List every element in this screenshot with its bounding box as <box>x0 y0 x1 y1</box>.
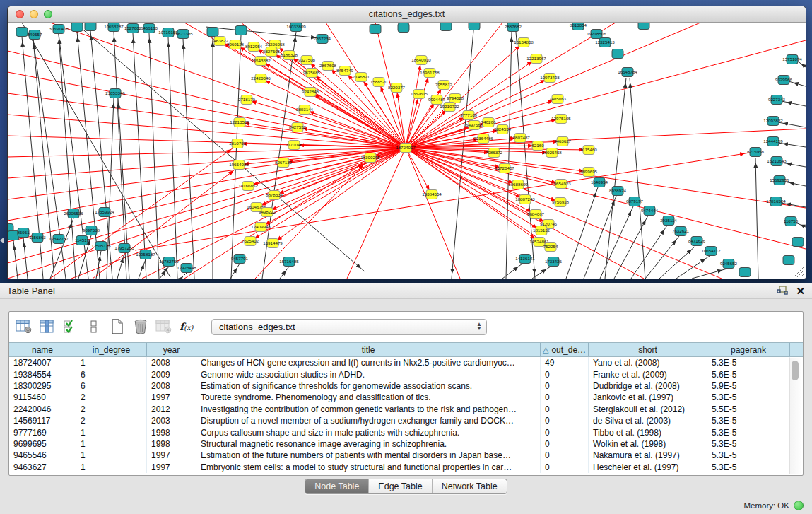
network-node[interactable]: 2803144 <box>296 105 314 115</box>
network-node[interactable]: 6879197 <box>626 197 644 206</box>
network-node[interactable] <box>235 26 247 35</box>
column-header-in_degree[interactable]: in_degree <box>76 343 147 356</box>
network-node[interactable]: 10654112 <box>701 247 721 256</box>
table-row[interactable]: 946362711997Embryonic stem cells: a mode… <box>9 462 803 473</box>
close-panel-icon[interactable]: ✕ <box>796 286 805 296</box>
table-scrollbar[interactable] <box>789 358 801 474</box>
network-node[interactable]: 1527602 <box>124 24 142 33</box>
float-panel-icon[interactable] <box>776 285 789 296</box>
network-node[interactable]: 752254 <box>543 243 558 252</box>
scrollbar-thumb[interactable] <box>792 361 799 380</box>
network-node[interactable]: 10807487 <box>510 134 530 143</box>
network-node[interactable]: 16671385 <box>173 30 193 39</box>
network-node[interactable]: 12213589 <box>230 118 249 127</box>
column-header-name[interactable]: name <box>9 343 76 356</box>
table-row[interactable]: 1872400712008Changes of HCN gene express… <box>9 357 803 368</box>
column-header-pagerank[interactable]: pagerank <box>707 343 790 356</box>
network-node[interactable]: 1810753 <box>229 139 247 148</box>
network-node[interactable]: 2935114 <box>660 216 677 226</box>
network-canvas[interactable]: 9405573069140610653287152760264661601071… <box>8 23 806 279</box>
network-node[interactable]: 21053346 <box>105 89 125 98</box>
network-node[interactable]: 16033809 <box>286 23 306 32</box>
network-node[interactable]: 8454749 <box>336 66 354 76</box>
show-columns-icon[interactable] <box>38 317 57 336</box>
network-node[interactable]: 8267130 <box>275 158 293 168</box>
network-node[interactable]: 746266 <box>481 118 496 127</box>
table-row[interactable]: 1830029562008Estimation of significance … <box>9 380 803 392</box>
network-node[interactable]: 8912954 <box>245 42 263 52</box>
network-node[interactable]: 7955812 <box>435 81 453 90</box>
network-node[interactable]: 18807243 <box>515 195 535 204</box>
network-node[interactable]: 10653287 <box>104 23 124 32</box>
network-node[interactable]: 8427552 <box>289 123 307 132</box>
table-row[interactable]: 1456911722003Disruption of a novel membe… <box>9 415 803 426</box>
resize-grip-icon[interactable] <box>801 274 804 277</box>
network-node[interactable]: 9242848 <box>302 88 319 97</box>
network-node[interactable]: 9899695 <box>580 168 598 177</box>
network-node[interactable]: 17957253 <box>114 244 134 253</box>
network-node[interactable]: 9794028 <box>447 94 464 103</box>
column-header-year[interactable]: year <box>147 343 196 356</box>
network-node[interactable]: 9474444 <box>641 206 659 216</box>
network-node[interactable]: 9675685 <box>303 69 321 78</box>
network-node[interactable] <box>16 28 28 37</box>
network-node[interactable]: 8813054 <box>570 23 587 30</box>
network-node[interactable]: 15720407 <box>495 164 514 173</box>
table-select-dropdown[interactable]: citations_edges.txt ▲▼ <box>211 319 487 335</box>
column-header-title[interactable]: title <box>196 343 541 356</box>
network-node[interactable]: 12975105 <box>551 115 571 124</box>
network-node[interactable]: 18640910 <box>411 56 431 65</box>
network-node[interactable]: 7632621 <box>672 227 690 236</box>
network-node[interactable]: 2867608 <box>319 62 337 71</box>
table-row[interactable]: 977716911998Corpus callosum shape and si… <box>9 426 803 438</box>
network-node[interactable]: 12444159 <box>763 137 783 146</box>
network-node[interactable]: 7857234 <box>314 35 331 44</box>
panel-collapse-arrow[interactable] <box>0 237 4 244</box>
network-node[interactable] <box>792 238 804 247</box>
network-node[interactable]: 10688609 <box>508 180 528 189</box>
network-node[interactable] <box>71 23 83 32</box>
network-node[interactable]: 1156863 <box>29 233 46 243</box>
network-node[interactable]: 7146821 <box>353 73 370 82</box>
network-node[interactable]: 9756928 <box>552 198 570 207</box>
network-node[interactable]: 7625402 <box>242 237 259 246</box>
network-node[interactable]: 114519 <box>75 236 90 245</box>
network-node[interactable] <box>207 28 218 37</box>
network-node[interactable]: 12325413 <box>595 38 615 47</box>
network-node[interactable] <box>739 268 751 277</box>
network-node[interactable]: 2887682 <box>505 23 522 32</box>
network-node[interactable]: 14136141 <box>515 255 535 264</box>
network-node[interactable]: 16961758 <box>420 69 440 78</box>
network-node[interactable]: 7485063 <box>549 95 567 104</box>
table-row[interactable]: 911546021997Tourette syndrome. Phenomeno… <box>9 392 803 403</box>
network-node[interactable]: 30691406 <box>49 25 69 34</box>
window-titlebar[interactable]: citations_edges.txt <box>8 6 806 23</box>
network-node[interactable]: 8938924 <box>609 187 627 196</box>
network-node[interactable]: 8215958 <box>747 148 765 157</box>
network-node[interactable] <box>612 49 623 59</box>
network-node[interactable]: 9498222 <box>259 208 276 217</box>
network-node[interactable]: 16782759 <box>159 257 179 267</box>
resize-grip-icon[interactable] <box>797 271 804 277</box>
network-node[interactable]: 15716485 <box>279 257 299 267</box>
network-node[interactable]: 8471626 <box>688 237 706 246</box>
table-row[interactable]: 969969511998Structural magnetic resonanc… <box>9 438 803 450</box>
network-node[interactable]: 6466160 <box>141 24 158 33</box>
tab-network-table[interactable]: Network Table <box>432 479 507 493</box>
network-node[interactable]: 85061 <box>17 228 30 238</box>
delete-trash-icon[interactable] <box>131 317 150 336</box>
table-row[interactable]: 1938455462009Genome-wide association stu… <box>9 368 803 380</box>
network-node[interactable]: 19210722 <box>440 103 459 112</box>
network-node[interactable]: 8960128 <box>227 40 245 49</box>
network-node[interactable]: 9227343 <box>768 95 786 105</box>
network-node[interactable]: 9463627 <box>554 137 572 146</box>
network-node[interactable]: 10958187 <box>136 250 155 259</box>
network-node[interactable]: 9329966 <box>775 76 793 85</box>
table-row[interactable]: 946554611997Estimation of the future num… <box>9 450 803 461</box>
network-node[interactable]: 9115460 <box>580 146 597 155</box>
network-node[interactable] <box>783 256 794 265</box>
network-node[interactable]: 9457791 <box>231 255 249 264</box>
network-node[interactable]: 19166852 <box>238 182 258 191</box>
network-node[interactable]: 17359924 <box>95 208 114 217</box>
select-columns-icon[interactable] <box>61 317 80 336</box>
